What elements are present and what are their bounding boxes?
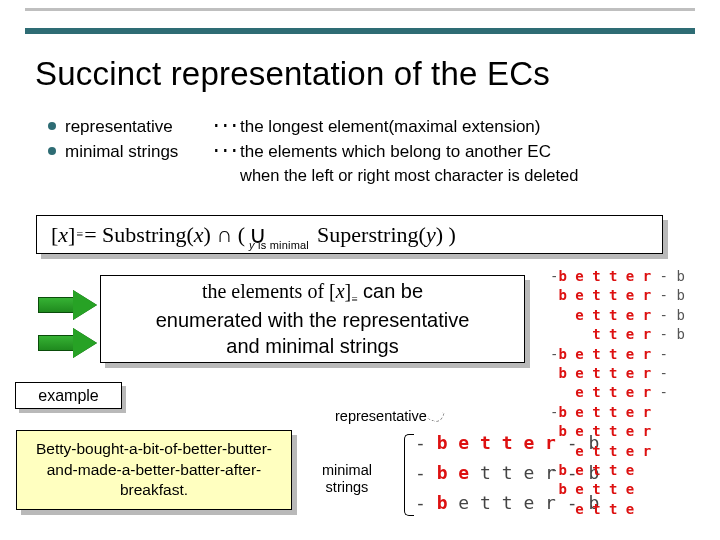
- example-label-box: example: [15, 382, 125, 412]
- f-mid: ) ∩ (: [204, 222, 246, 248]
- enum-l2: enumerated with the representative: [156, 309, 470, 331]
- bullet1-label: representative: [65, 115, 210, 140]
- f-tail1: Superstring(: [317, 222, 426, 248]
- strings-word: strings: [326, 479, 369, 495]
- sentence-text: Betty-bought-a-bit-of-better-butter-and-…: [16, 430, 292, 510]
- f-sub-equiv: ≡: [75, 227, 84, 242]
- enumerate-content: the elements of [x]≡ can be enumerated w…: [100, 275, 525, 363]
- arrow-head: [73, 290, 97, 320]
- arrow-stem: [38, 297, 74, 313]
- minimal-word: minimal: [322, 462, 372, 478]
- f-x2: x: [194, 222, 204, 248]
- enumerate-box: the elements of [x]≡ can be enumerated w…: [100, 275, 530, 367]
- bullet-list: representative ･･･ the longest element(m…: [48, 115, 578, 188]
- bullet-dot-icon: [48, 147, 56, 155]
- f-union: ∪ y is minimal: [245, 221, 271, 249]
- bullet-dot-icon: [48, 122, 56, 130]
- bullet2-label: minimal strings: [65, 140, 210, 165]
- enum-l3: and minimal strings: [226, 335, 398, 357]
- bullet-minimal-strings: minimal strings ･･･ the elements which b…: [48, 140, 578, 165]
- bullet2-desc: the elements which belong to another EC: [240, 140, 551, 165]
- header-rule: [25, 8, 695, 34]
- representative-label: representative: [335, 408, 427, 424]
- formula-box: [x]≡ = Substring( x ) ∩ ( ∪ y is minimal…: [36, 215, 668, 257]
- f-union-sub-txt: is minimal: [255, 239, 309, 251]
- bullet1-dots: ･･･: [210, 115, 240, 140]
- slide-title: Succinct representation of the ECs: [35, 55, 550, 93]
- arrow-stem: [38, 335, 74, 351]
- enum-l1b: x: [336, 280, 345, 302]
- example-label: example: [15, 382, 122, 409]
- formula-content: [x]≡ = Substring( x ) ∩ ( ∪ y is minimal…: [36, 215, 663, 254]
- f-eq: = Substring(: [84, 222, 194, 248]
- f-rb: ]: [68, 222, 75, 248]
- bullet-representative: representative ･･･ the longest element(m…: [48, 115, 578, 140]
- f-tail2: ) ): [436, 222, 456, 248]
- minimal-bracket-icon: [404, 434, 414, 516]
- header-rule-grey: [25, 8, 695, 11]
- header-rule-teal: [25, 28, 695, 34]
- bullet2-dots: ･･･: [210, 140, 240, 165]
- green-arrow-1-icon: [38, 292, 98, 318]
- rep-pointer-dashed: [427, 408, 444, 424]
- minimal-strings-label: minimal strings: [322, 462, 372, 495]
- f-union-sub: y is minimal: [249, 239, 309, 251]
- enum-l1d: can be: [358, 280, 424, 302]
- green-arrow-2-icon: [38, 330, 98, 356]
- right-substring-ladder: -b e t t e r - b b e t t e r - b e t t e…: [550, 267, 720, 519]
- sentence-box: Betty-bought-a-bit-of-better-butter-and-…: [16, 430, 296, 514]
- arrow-head: [73, 328, 97, 358]
- f-y: y: [426, 222, 436, 248]
- slide-root: Succinct representation of the ECs repre…: [0, 0, 720, 540]
- enum-l1a: the elements of [: [202, 280, 336, 302]
- bullet1-desc: the longest element(maximal extension): [240, 115, 540, 140]
- bullet2-cont: when the left or right most character is…: [240, 164, 578, 188]
- f-x: x: [58, 222, 68, 248]
